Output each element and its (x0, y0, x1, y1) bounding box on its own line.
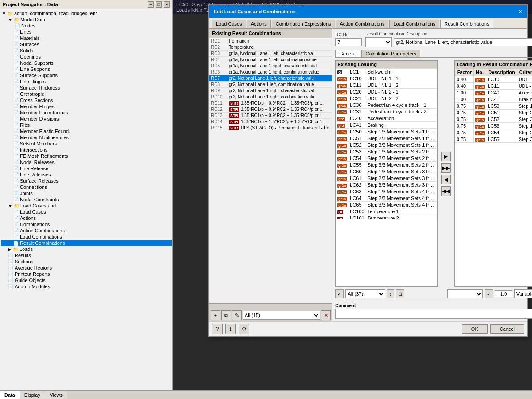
tab-load-combinations[interactable]: Load Combinations (389, 20, 439, 28)
tree-line-supports[interactable]: 📄 Line Supports (1, 66, 172, 72)
combo-item[interactable]: RC8 gr2, Notional Lane 1 left, combinati… (209, 82, 332, 88)
table-row[interactable]: gr1a LC65 Step 3/3 Movement Sets 4 from (336, 202, 437, 208)
delete-btn[interactable]: ✕ (321, 310, 331, 320)
tree-project-root[interactable]: ▼ 📁 action_combination_road_bridges_en* (1, 10, 172, 16)
tree-add-on-modules[interactable]: 📄 Add-on Modules (1, 283, 172, 289)
table-row[interactable]: gr1a LC61 Step 2/3 Movement Sets 3 from (336, 175, 437, 182)
combo-item[interactable]: RC11 STR 1.35*RC1/p + 0.9*RC2 + 1.35*RC3… (209, 100, 332, 106)
cancel-button[interactable]: Cancel (490, 324, 524, 334)
table-row[interactable]: gr1a LC53 Step 1/3 Movement Sets 2 from (336, 149, 437, 155)
table-row[interactable]: 0.75 gr1a LC55 Step 3/3 Movement Variabl… (455, 136, 532, 143)
remove-all-from-rc-btn[interactable]: ◀◀ (441, 186, 451, 196)
tree-line-releases2[interactable]: 📄 Line Releases (1, 172, 172, 178)
table-row[interactable]: gr1a LC30 Pedestrian + cycle track - 1 (336, 102, 437, 109)
tree-nodal-releases[interactable]: 📄 Nodal Releases (1, 159, 172, 165)
checkmark-left-btn[interactable]: ✓ (335, 289, 344, 298)
combo-item[interactable]: RC2 Temperature (209, 44, 332, 51)
table-row[interactable]: gr1a LC64 Step 2/3 Movement Sets 4 from (336, 195, 437, 202)
combo-item[interactable]: RC5 gr1a, Notional Lane 1 right, charact… (209, 63, 332, 69)
rc-desc-input[interactable] (394, 38, 532, 46)
table-row[interactable]: gr1a LC50 Step 1/3 Movement Sets 1 from (336, 129, 437, 135)
tree-average-regions[interactable]: 📄 Average Regions (1, 265, 172, 271)
tab-action-combinations[interactable]: Action Combinations (336, 20, 389, 28)
tree-surfaces[interactable]: 📄 Surfaces (1, 41, 172, 47)
add-row-btn[interactable]: + (211, 310, 220, 320)
tree-member-elastic[interactable]: 📄 Member Elastic Found. (1, 128, 172, 134)
tab-result-combinations[interactable]: Result Combinations (440, 20, 493, 28)
tree-load-cases-and[interactable]: ▼ 📁 Load Cases and (1, 203, 172, 209)
tree-line-hinges[interactable]: 📄 Line Hinges (1, 78, 172, 85)
tree-load-combinations[interactable]: 📄 Load Combinations (1, 234, 172, 240)
settings-btn[interactable]: ⚙ (239, 324, 249, 334)
table-row[interactable]: 1.00 gr1a LC41 Braking Variable 1 (455, 96, 532, 103)
close-btn[interactable]: × (164, 1, 170, 8)
tab-data[interactable]: Data (0, 391, 20, 399)
tree-fe-mesh-refinements[interactable]: 📄 FE Mesh Refinements (1, 153, 172, 159)
combo-item[interactable]: RC15 STR ULS (STR/GEO) - Permanent / tra… (209, 125, 332, 131)
restore-btn[interactable]: □ (156, 1, 162, 8)
ok-button[interactable]: OK (462, 324, 488, 334)
table-row[interactable]: gr1a LC54 Step 2/3 Movement Sets 2 from (336, 155, 437, 162)
tree-openings[interactable]: 📄 Openings (1, 54, 172, 60)
rename-btn[interactable]: ✎ (232, 310, 242, 320)
tree-solids[interactable]: 📄 Solids (1, 47, 172, 54)
tree-member-hinges[interactable]: 📄 Member Hinges (1, 103, 172, 110)
table-row[interactable]: G LC1 Self-weight (336, 69, 437, 75)
copy-row-btn[interactable]: ⧉ (221, 310, 231, 320)
table-row[interactable]: Qt LC101 Temperature 2 (336, 215, 437, 219)
tree-nodes[interactable]: 📄 Nodes (1, 23, 172, 29)
tree-surface-releases[interactable]: 📄 Surface Releases (1, 178, 172, 184)
tree-actions[interactable]: 📄 Actions (1, 215, 172, 221)
tree-member-nonlinearities[interactable]: 📄 Member Nonlinearities (1, 134, 172, 141)
remove-from-rc-btn[interactable]: ◀ (441, 175, 451, 184)
dialog-close-button[interactable]: × (519, 8, 522, 15)
table-row[interactable]: gr2 LC40 Acceleration (336, 115, 437, 122)
tab-views[interactable]: Views (45, 391, 67, 399)
table-row[interactable]: gr1a LC55 Step 3/3 Movement Sets 2 from (336, 162, 437, 168)
filter-select[interactable]: All (15) (243, 311, 320, 320)
table-row[interactable]: gr1a LC60 Step 1/3 Movement Sets 3 from (336, 168, 437, 175)
combo-item[interactable]: RC9 gr2, Notional Lane 1 right, characte… (209, 88, 332, 94)
horizontal-scrollbar[interactable] (209, 303, 332, 309)
tree-cross-sections[interactable]: 📄 Cross-Sections (1, 97, 172, 103)
table-row[interactable]: 0.75 gr1a LC54 Step 2/3 Movement Variabl… (455, 129, 532, 136)
tab-actions[interactable]: Actions (247, 20, 271, 28)
rc-no-input[interactable] (335, 38, 362, 46)
table-row[interactable]: 0.75 gr1a LC51 Step 2/3 Movement Variabl… (455, 110, 532, 116)
tab-display[interactable]: Display (20, 391, 45, 399)
tree-model-data[interactable]: ▼ 📁 Model Data (1, 16, 172, 23)
tree-materials[interactable]: 📄 Materials (1, 35, 172, 41)
tree-joints[interactable]: 📄 Joints (1, 190, 172, 196)
rc7-type-select[interactable] (447, 289, 483, 298)
rc7-check-btn[interactable]: ✓ (485, 289, 493, 298)
table-row[interactable]: gr1a LC52 Step 3/3 Movement Sets 1 from (336, 142, 437, 149)
tab-load-cases[interactable]: Load Cases (212, 20, 246, 28)
add-to-rc-btn[interactable]: ▶ (441, 152, 451, 161)
tree-load-cases[interactable]: 📄 Load Cases (1, 209, 172, 215)
rc-desc-type-select[interactable] (365, 37, 392, 47)
tab-combination-expressions[interactable]: Combination Expressions (272, 20, 335, 28)
tree-orthotropic[interactable]: 📄 Orthotropic (1, 91, 172, 97)
table-row[interactable]: 0.40 gr1a LC11 UDL - NL 1 - 2 Variable - (455, 83, 532, 90)
help-btn[interactable]: ? (212, 324, 223, 334)
info-btn[interactable]: ℹ (225, 324, 236, 334)
tree-guide-objects[interactable]: 📄 Guide Objects (1, 277, 172, 283)
table-row[interactable]: 0.75 gr1a LC52 Step 3/3 Movement Variabl… (455, 116, 532, 123)
table-row[interactable]: Qt LC100 Temperature 1 (336, 208, 437, 215)
tree-action-combinations[interactable]: 📄 Action Combinations (1, 227, 172, 234)
tree-results[interactable]: 📄 Results (1, 252, 172, 258)
tree-line-release[interactable]: 📄 Line Release (1, 165, 172, 172)
table-row[interactable]: gr2 LC41 Braking (336, 122, 437, 129)
table-row[interactable]: gr1a LC31 Pedestrian + cycle track - 2 (336, 109, 437, 115)
existing-filter-select[interactable]: All (37) (345, 289, 385, 298)
table-row[interactable]: gr1a LC10 UDL - NL 1 - 1 (336, 75, 437, 82)
tree-member-divisions[interactable]: 📄 Member Divisions (1, 116, 172, 122)
table-row[interactable]: gr1a LC11 UDL - NL 1 - 2 (336, 82, 437, 89)
combo-item[interactable]: RC6 gr1a, Notional Lane 1 right, combina… (209, 69, 332, 75)
table-row[interactable]: 0.75 gr1a LC50 Step 1/3 Movement Variabl… (455, 103, 532, 110)
tree-intersections[interactable]: 📄 Intersections (1, 147, 172, 153)
table-row[interactable]: gr1a LC62 Step 3/3 Movement Sets 3 from (336, 182, 437, 188)
filter-btn[interactable]: ⊞ (396, 289, 404, 298)
tree-surface-thickness[interactable]: 📄 Surface Thickness (1, 85, 172, 91)
tree-result-combinations[interactable]: 📄 Result Combinations (1, 240, 172, 246)
